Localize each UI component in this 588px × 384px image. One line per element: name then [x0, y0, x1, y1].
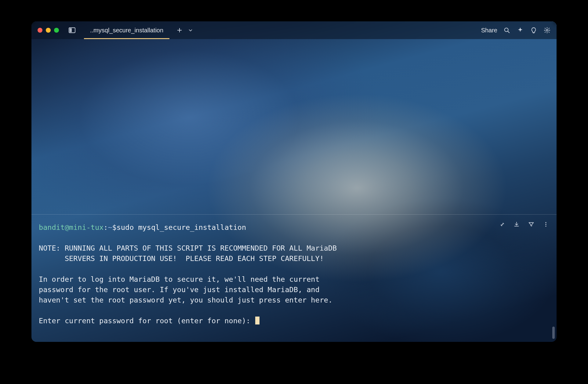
prompt-separator: :: [103, 222, 108, 233]
share-button[interactable]: Share: [481, 27, 497, 34]
prompt-path: ~: [108, 222, 112, 233]
block-divider: [31, 214, 557, 215]
output-line: SERVERS IN PRODUCTION USE! PLEASE READ E…: [39, 254, 324, 263]
maximize-window-button[interactable]: [54, 28, 59, 33]
window-controls: [38, 28, 59, 33]
titlebar: ..mysql_secure_installation Share: [31, 21, 557, 39]
prompt-command: sudo mysql_secure_installation: [117, 222, 246, 233]
command-output: NOTE: RUNNING ALL PARTS OF THIS SCRIPT I…: [39, 243, 549, 326]
close-window-button[interactable]: [38, 28, 42, 33]
tab-actions: [176, 27, 194, 34]
tab-active[interactable]: ..mysql_secure_installation: [84, 21, 169, 39]
scrollbar-thumb[interactable]: [552, 327, 555, 339]
output-line: NOTE: RUNNING ALL PARTS OF THIS SCRIPT I…: [39, 244, 337, 252]
split-pane-icon[interactable]: [69, 27, 75, 34]
svg-point-3: [546, 29, 548, 31]
tab-dropdown-button[interactable]: [187, 27, 194, 34]
search-icon[interactable]: [503, 27, 510, 34]
output-prompt-line: Enter current password for root (enter f…: [39, 317, 255, 325]
tab-label: ..mysql_secure_installation: [90, 27, 163, 34]
output-line: In order to log into MariaDB to secure i…: [39, 275, 320, 284]
svg-point-2: [505, 28, 508, 32]
new-tab-button[interactable]: [176, 27, 183, 34]
terminal-body[interactable]: bandit@mini-tux:~$ sudo mysql_secure_ins…: [31, 39, 557, 342]
lightbulb-icon[interactable]: [530, 27, 537, 34]
command-block: bandit@mini-tux:~$ sudo mysql_secure_ins…: [31, 222, 557, 326]
prompt-user-host: bandit@mini-tux: [39, 222, 103, 233]
terminal-window: ..mysql_secure_installation Share: [31, 21, 557, 342]
sparkle-icon[interactable]: [517, 27, 524, 34]
minimize-window-button[interactable]: [46, 28, 51, 33]
prompt-dollar: $: [112, 222, 117, 233]
titlebar-right-icons: [503, 27, 550, 34]
gear-icon[interactable]: [544, 27, 550, 34]
output-line: password for the root user. If you've ju…: [39, 285, 320, 294]
terminal-cursor: [255, 317, 260, 324]
prompt-line: bandit@mini-tux:~$ sudo mysql_secure_ins…: [39, 222, 549, 233]
svg-rect-1: [70, 28, 72, 32]
output-line: haven't set the root password yet, you s…: [39, 296, 332, 304]
